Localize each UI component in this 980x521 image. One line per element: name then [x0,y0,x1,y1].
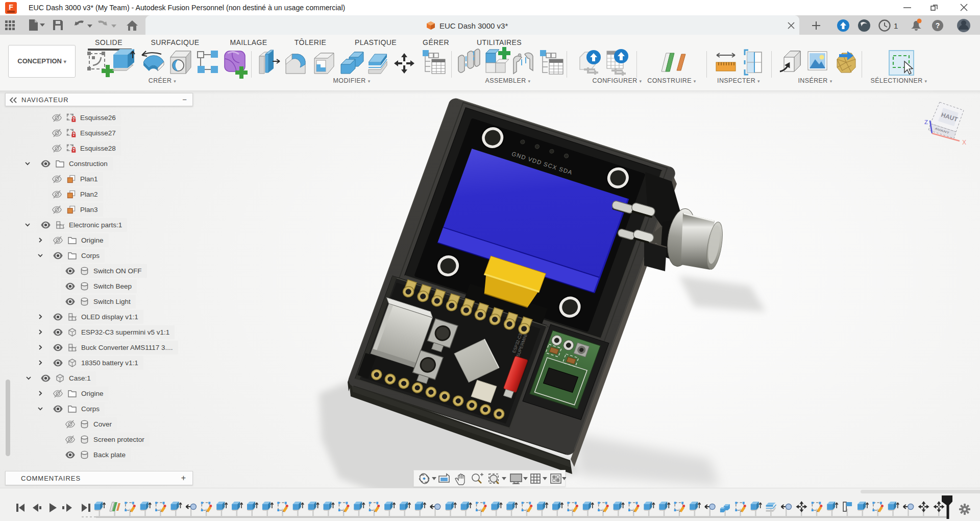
svg-text:EUC Dash 3000 v3*: EUC Dash 3000 v3* [439,21,508,30]
svg-text:?: ? [936,21,940,30]
svg-text:Z: Z [924,119,928,125]
svg-text:X: X [962,139,966,146]
svg-text:F: F [9,3,13,11]
svg-text:1: 1 [894,21,898,30]
